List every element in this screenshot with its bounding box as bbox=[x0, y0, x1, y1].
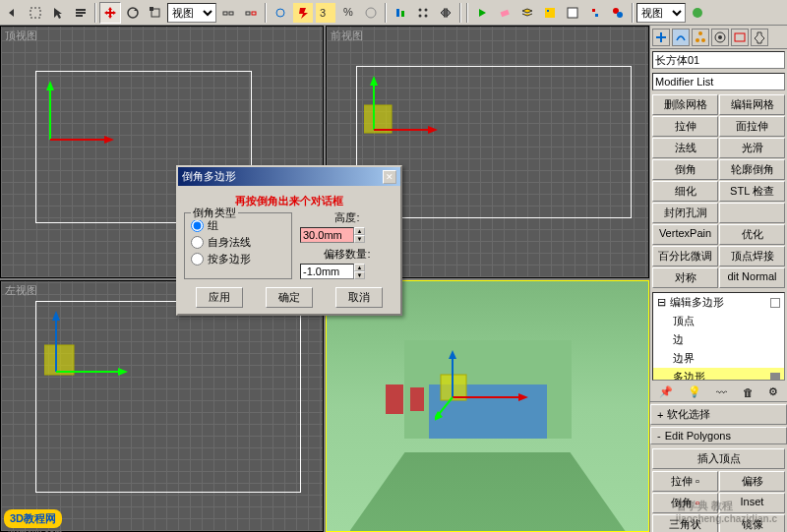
height-spinner[interactable]: ▲▼ bbox=[300, 227, 365, 243]
percent-tweak-button[interactable]: 百分比微调 bbox=[652, 246, 718, 266]
extrude-button[interactable]: 拉伸 bbox=[652, 116, 718, 137]
create-tab-icon[interactable] bbox=[652, 29, 670, 46]
modifier-stack[interactable]: ⊟编辑多边形 顶点 边 边界 多边形 体素 bbox=[652, 292, 785, 381]
apply-button[interactable]: 应用 bbox=[196, 287, 243, 308]
material-editor-button[interactable] bbox=[607, 2, 629, 24]
optimize-button[interactable]: 优化 bbox=[719, 224, 785, 245]
viewport-label: 前视图 bbox=[331, 29, 363, 43]
svg-rect-9 bbox=[246, 12, 250, 15]
display-tab-icon[interactable] bbox=[731, 29, 749, 46]
modify-tab-icon[interactable] bbox=[672, 29, 690, 46]
edit-mesh-button[interactable]: 编辑网格 bbox=[719, 94, 785, 115]
motion-tab-icon[interactable] bbox=[711, 29, 729, 46]
align-button[interactable] bbox=[390, 2, 411, 24]
listener-button[interactable] bbox=[562, 2, 583, 24]
stack-border[interactable]: 边界 bbox=[653, 349, 784, 368]
layer-button[interactable] bbox=[516, 2, 538, 24]
curve-icon[interactable]: 〰 bbox=[716, 386, 727, 398]
eraser-button[interactable] bbox=[494, 2, 515, 24]
utility-tab-icon[interactable] bbox=[751, 29, 768, 46]
vertex-weld-button[interactable]: 顶点焊接 bbox=[719, 246, 785, 266]
snap-angle-button[interactable]: 3 bbox=[315, 2, 336, 24]
stack-vertex[interactable]: 顶点 bbox=[653, 312, 784, 330]
outline-bevel-button[interactable]: 轮廓倒角 bbox=[719, 159, 785, 180]
hierarchy-tab-icon[interactable] bbox=[692, 29, 709, 46]
delete-mesh-button[interactable]: 删除网格 bbox=[652, 94, 718, 115]
ok-button[interactable]: 确定 bbox=[266, 287, 313, 308]
viewport-left[interactable]: 左视图 0 100 bbox=[0, 280, 324, 533]
svg-rect-2 bbox=[76, 12, 86, 14]
svg-point-44 bbox=[701, 38, 705, 42]
link-button[interactable] bbox=[217, 2, 239, 24]
axis-gizmo bbox=[364, 76, 443, 145]
move-button[interactable] bbox=[99, 2, 121, 24]
offset-spinner[interactable]: ▲▼ bbox=[300, 264, 365, 279]
dialog-titlebar[interactable]: 倒角多边形 ✕ bbox=[178, 167, 400, 186]
viewport-perspective[interactable] bbox=[326, 280, 649, 533]
poly-offset-button[interactable]: 偏移 bbox=[719, 471, 785, 492]
close-icon[interactable]: ✕ bbox=[383, 170, 396, 184]
separator bbox=[94, 3, 96, 23]
view-dropdown-1[interactable]: 视图 bbox=[167, 3, 216, 23]
bevel-dialog: 倒角多边形 ✕ 再按倒角出来个对话框 倒角类型 组 自身法线 按多边形 高度: … bbox=[176, 165, 402, 316]
spin-up-icon[interactable]: ▲ bbox=[354, 264, 365, 271]
select-rect-button[interactable] bbox=[25, 2, 46, 24]
command-panel: Modifier List 删除网格 编辑网格 拉伸 面拉伸 法线 光滑 倒角 … bbox=[649, 26, 787, 532]
scale-button[interactable] bbox=[145, 2, 166, 24]
play-button[interactable] bbox=[471, 2, 493, 24]
vertex-paint-button[interactable]: VertexPain bbox=[652, 224, 718, 245]
rotate-button[interactable] bbox=[122, 2, 144, 24]
modifier-list-dropdown[interactable]: Modifier List bbox=[652, 73, 785, 90]
spin-down-icon[interactable]: ▼ bbox=[354, 271, 365, 279]
smooth-button[interactable]: 光滑 bbox=[719, 138, 785, 158]
select-name-button[interactable] bbox=[70, 2, 91, 24]
curve-editor-button[interactable] bbox=[584, 2, 606, 24]
rollout-head-soften[interactable]: +软化选择 bbox=[650, 404, 787, 425]
undo-button[interactable] bbox=[2, 2, 24, 24]
array-button[interactable] bbox=[412, 2, 434, 24]
object-name-field[interactable] bbox=[652, 51, 785, 69]
config-icon[interactable]: ⚙ bbox=[768, 385, 778, 398]
snap-toggle[interactable] bbox=[292, 2, 314, 24]
bulb-icon[interactable]: 💡 bbox=[688, 385, 701, 398]
face-extrude-button[interactable]: 面拉伸 bbox=[719, 116, 785, 137]
spin-down-icon[interactable]: ▼ bbox=[354, 235, 365, 243]
symmetry-button[interactable]: 对称 bbox=[652, 267, 718, 288]
edit-normal-button[interactable]: dit Normal bbox=[719, 267, 785, 288]
stack-edge[interactable]: 边 bbox=[653, 330, 784, 349]
spinner-snap-button[interactable] bbox=[360, 2, 382, 24]
room-floor bbox=[350, 452, 626, 531]
svg-point-43 bbox=[696, 38, 699, 42]
cancel-button[interactable]: 取消 bbox=[335, 287, 383, 308]
radio-normal[interactable]: 自身法线 bbox=[191, 234, 285, 251]
mirror-button[interactable] bbox=[435, 2, 456, 24]
cap-holes-button[interactable]: 封闭孔洞 bbox=[652, 203, 718, 223]
unlink-button[interactable] bbox=[240, 2, 262, 24]
svg-rect-8 bbox=[229, 12, 233, 15]
subdivide-button[interactable]: 细化 bbox=[652, 181, 718, 202]
snap-percent-button[interactable]: % bbox=[337, 2, 359, 24]
stack-polygon[interactable]: 多边形 bbox=[653, 368, 784, 381]
svg-rect-3 bbox=[76, 15, 83, 17]
render-button[interactable] bbox=[687, 2, 708, 24]
radio-poly[interactable]: 按多边形 bbox=[191, 251, 285, 267]
bevel-button[interactable]: 倒角 bbox=[652, 159, 718, 180]
poly-extrude-button[interactable]: 拉伸 ▫ bbox=[652, 471, 718, 492]
spin-up-icon[interactable]: ▲ bbox=[354, 227, 365, 235]
normal-button[interactable]: 法线 bbox=[652, 138, 718, 158]
stack-edit-poly[interactable]: ⊟编辑多边形 bbox=[653, 293, 784, 312]
svg-point-14 bbox=[366, 8, 376, 18]
bind-button[interactable] bbox=[270, 2, 291, 24]
svg-rect-26 bbox=[595, 14, 598, 17]
pin-icon[interactable]: 📌 bbox=[659, 385, 673, 398]
schematic-button[interactable] bbox=[539, 2, 561, 24]
stl-check-button[interactable]: STL 检查 bbox=[719, 181, 785, 202]
stack-toolbar: 📌 💡 〰 🗑 ⚙ bbox=[650, 383, 787, 402]
empty-button bbox=[719, 203, 785, 223]
trash-icon[interactable]: 🗑 bbox=[743, 386, 754, 398]
select-arrow-button[interactable] bbox=[47, 2, 69, 24]
insert-vertex-button[interactable]: 插入顶点 bbox=[652, 448, 785, 469]
rollout-head-edit-poly[interactable]: -Edit Polygons bbox=[650, 427, 787, 444]
svg-point-20 bbox=[425, 14, 428, 17]
view-dropdown-2[interactable]: 视图 bbox=[636, 3, 686, 23]
